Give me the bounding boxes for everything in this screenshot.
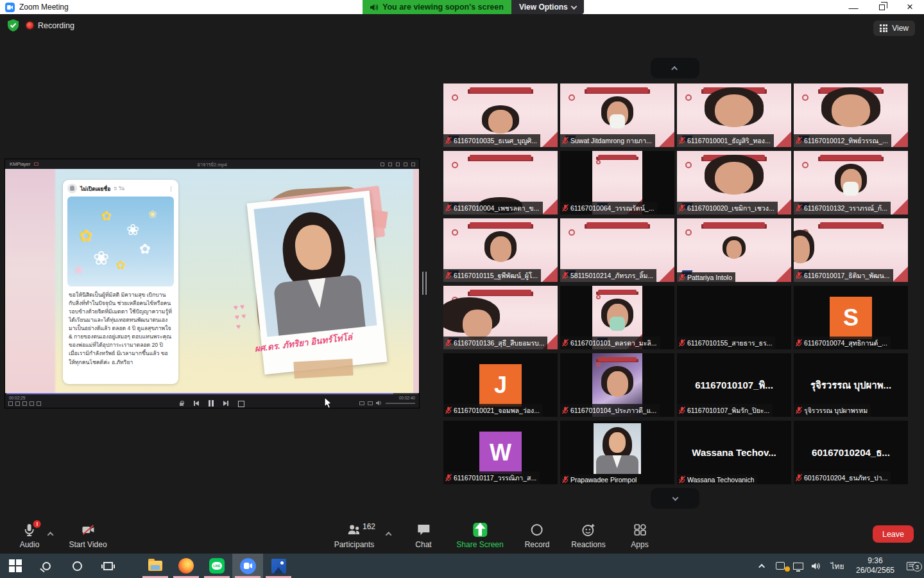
participant-tile[interactable]: 58115010214_ภัทรภร_ลิ้ม... [560, 218, 674, 282]
participant-name-badge: 61167010064_วรรณรัตน์_... [560, 202, 657, 215]
muted-mic-icon [679, 339, 685, 347]
muted-mic-icon [679, 407, 685, 414]
pause-button[interactable] [207, 400, 214, 407]
lock-icon[interactable] [178, 400, 184, 407]
participant-tile[interactable]: 61167010017_ธิติมา_พัฒน... [794, 218, 908, 282]
meeting-status-row: Recording View [0, 19, 924, 37]
participant-name-label: 61167010155_สายธาร_ธร... [687, 338, 772, 349]
task-view-button[interactable] [92, 554, 123, 578]
cortana-button[interactable] [62, 554, 92, 578]
gallery-scroll-down-button[interactable] [651, 488, 699, 509]
stop-button[interactable] [237, 400, 243, 407]
kmplayer-window[interactable]: KMPlayer อาจารย์2.mp4 ไม่เปิดเผยชื่อ 5 ว… [5, 159, 419, 408]
panel-resize-handle[interactable] [421, 272, 427, 295]
tray-expand-button[interactable] [755, 564, 770, 568]
participant-name-badge: 61167010020_เขมิกา_เชวง... [677, 202, 778, 215]
participant-tile[interactable]: Prapawadee Pirompol [560, 421, 674, 484]
language-indicator[interactable]: ไทย [826, 560, 848, 572]
participant-tile[interactable]: รุจิรวรรณ บุปผาพ... รุจิรวรรณ บุปผาพรหม [794, 353, 908, 417]
muted-mic-icon [562, 476, 569, 484]
pink-side-strip [5, 169, 55, 393]
participant-tile[interactable]: S 61167010074_สุทธิกานต์_... [794, 286, 908, 349]
share-screen-button[interactable]: Share Screen [456, 523, 503, 549]
file-explorer-button[interactable] [140, 554, 171, 578]
shield-icon[interactable] [8, 19, 19, 31]
participant-tile[interactable]: 61167010020_เขมิกา_เชวง... [677, 151, 791, 215]
minimize-button[interactable]: — [839, 0, 868, 14]
muted-mic-icon [679, 274, 685, 281]
participant-name-label: 61167010136_สุธี_สืบยอมรบ... [454, 338, 544, 349]
participant-tile[interactable]: Wassana Techov... Wassana Techovanich [677, 421, 791, 484]
close-button[interactable]: × [896, 0, 924, 14]
muted-mic-icon [445, 339, 452, 347]
audio-options-chevron[interactable] [49, 527, 54, 539]
participants-button[interactable]: 162 Participants [334, 523, 375, 549]
participant-tile[interactable]: 61167010136_สุธี_สืบยอมรบ... [443, 286, 558, 349]
participant-tile[interactable]: 61167010001_ธัญสิริ_ทอง... [677, 83, 791, 147]
kmplayer-window-controls[interactable] [381, 162, 415, 166]
participant-tile[interactable]: 61167010104_ประภาวดี_แ... [560, 353, 674, 417]
participant-tile[interactable]: 61167010107_พิ... 61167010107_พิมรัก_ปิย… [677, 353, 791, 417]
participant-name-badge: 61167010117_วรรณิภา_ส... [443, 471, 540, 484]
security-tray-icon[interactable] [773, 562, 788, 570]
firefox-button[interactable] [171, 554, 201, 578]
volume-tray-icon[interactable] [809, 562, 824, 570]
record-dot-icon [26, 22, 33, 29]
photos-button[interactable] [263, 554, 294, 578]
audio-button[interactable]: ! Audio [20, 523, 40, 549]
muted-mic-icon [562, 272, 569, 279]
display-tray-icon[interactable] [791, 563, 806, 570]
camera-off-icon [81, 523, 95, 537]
participant-tile[interactable]: 61167010064_วรรณรัตน์_... [560, 151, 674, 215]
muted-mic-icon [562, 204, 569, 212]
participant-tile[interactable]: 61167010101_ดลรดา_มะลิ... [560, 286, 674, 349]
participant-name-label: Prapawadee Pirompol [570, 476, 637, 484]
view-button[interactable]: View [873, 21, 915, 36]
reactions-button[interactable]: Reactions [571, 523, 605, 549]
participant-name-badge: 61167010012_ทิพย์วรรณ_... [794, 134, 891, 147]
view-options-button[interactable]: View Options [511, 0, 584, 14]
volume-slider[interactable] [386, 403, 415, 404]
player-right-icons[interactable] [359, 400, 415, 406]
player-control-bar[interactable]: 00:02:25 00:02:40 [5, 393, 419, 408]
participant-tile[interactable]: 61167010035_ธเนศ_บุญศิ... [443, 83, 558, 147]
player-menu-icons[interactable] [8, 401, 41, 406]
audio-alert-badge: ! [33, 520, 41, 528]
participant-tile[interactable]: 61167010132_วราภรณ์_ก้... [794, 151, 908, 215]
participant-name-label: 61167010012_ทิพย์วรรณ_... [804, 136, 888, 146]
line-button[interactable]: LINE [201, 554, 232, 578]
participant-tile[interactable]: Suwat Jitdamrong กายภา... [560, 83, 674, 147]
leave-button[interactable]: Leave [873, 525, 914, 543]
participant-tile[interactable]: 61167010155_สายธาร_ธร... [677, 286, 791, 349]
participant-tile[interactable]: 60167010204_ธ... 60167010204_ธนภัทร_ปา..… [794, 421, 908, 484]
participant-tile[interactable]: 61167010012_ทิพย์วรรณ_... [794, 83, 908, 147]
participant-name-label: 61167010021_จอมพล_ว่อง... [454, 405, 540, 416]
gallery-scroll-up-button[interactable] [651, 58, 699, 78]
chat-button[interactable]: Chat [415, 523, 431, 549]
participants-options-chevron[interactable] [388, 527, 392, 539]
search-button[interactable] [31, 554, 62, 578]
participant-tile[interactable]: J 61167010021_จอมพล_ว่อง... [443, 353, 558, 417]
seek-bar[interactable] [6, 393, 418, 394]
start-video-button[interactable]: Start Video [69, 523, 107, 549]
next-button[interactable] [222, 400, 228, 407]
taskbar-clock[interactable]: 9:36 26/04/2565 [851, 556, 900, 575]
volume-icon[interactable] [376, 400, 382, 406]
participant-name-label: 61167010020_เขมิกา_เชวง... [687, 203, 774, 214]
previous-button[interactable] [193, 400, 199, 407]
restore-button[interactable] [868, 0, 896, 14]
participant-tile[interactable]: 61167010004_เพชรลดา_ข... [443, 151, 558, 215]
pink-side-strip [413, 169, 419, 393]
action-center-button[interactable]: 3 [902, 562, 921, 570]
kmplayer-file-name: อาจารย์2.mp4 [5, 161, 419, 168]
apps-button[interactable]: Apps [631, 523, 648, 549]
kebab-menu-icon: ⋮ [168, 186, 174, 192]
zoom-taskbar-button[interactable] [232, 554, 263, 578]
participant-tile[interactable]: Pattariya Intolo [677, 218, 791, 282]
start-button[interactable] [0, 554, 31, 578]
participant-tile[interactable]: W 61167010117_วรรณิภา_ส... [443, 421, 558, 484]
record-button[interactable]: Record [525, 523, 550, 549]
participant-tile[interactable]: 61167010115_ฐพีพัฒน์_ผู้โ... [443, 218, 558, 282]
participant-name-label: 61167010107_พิมรัก_ปิยะ... [687, 405, 769, 416]
window-title-bar: Zoom Meeting You are viewing sopon's scr… [0, 0, 924, 14]
